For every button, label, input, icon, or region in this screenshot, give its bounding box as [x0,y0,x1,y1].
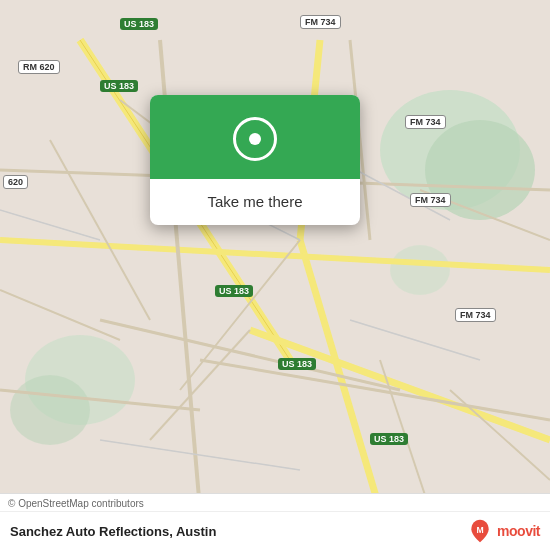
popup-bottom: Take me there [187,179,322,225]
road-label-us183-far-bottom: US 183 [370,433,408,445]
road-label-620-left: 620 [3,175,28,189]
place-name: Sanchez Auto Reflections, Austin [10,524,216,539]
road-label-us183-left: US 183 [100,80,138,92]
bottom-bar: © OpenStreetMap contributors Sanchez Aut… [0,493,550,550]
popup-top [150,95,360,179]
moovit-icon: M [467,518,493,544]
svg-point-5 [390,245,450,295]
take-me-there-button[interactable]: Take me there [207,193,302,210]
svg-text:M: M [477,525,484,535]
road-label-fm734-right-top: FM 734 [405,115,446,129]
road-label-rm620-top: RM 620 [18,60,60,74]
road-label-us183-bottom-right: US 183 [278,358,316,370]
location-icon [233,117,277,161]
moovit-text: moovit [497,523,540,539]
info-row: Sanchez Auto Reflections, Austin M moovi… [0,512,550,550]
location-dot [249,133,261,145]
svg-point-4 [10,375,90,445]
road-label-us183-top: US 183 [120,18,158,30]
road-label-fm734-top: FM 734 [300,15,341,29]
road-label-fm734-right-mid: FM 734 [410,193,451,207]
road-label-us183-center: US 183 [215,285,253,297]
popup-card: Take me there [150,95,360,225]
road-label-fm734-bottom-right: FM 734 [455,308,496,322]
moovit-logo: M moovit [467,518,540,544]
copyright-text: © OpenStreetMap contributors [0,494,550,512]
map-container: US 183 FM 734 RM 620 US 183 FM 734 FM 73… [0,0,550,550]
